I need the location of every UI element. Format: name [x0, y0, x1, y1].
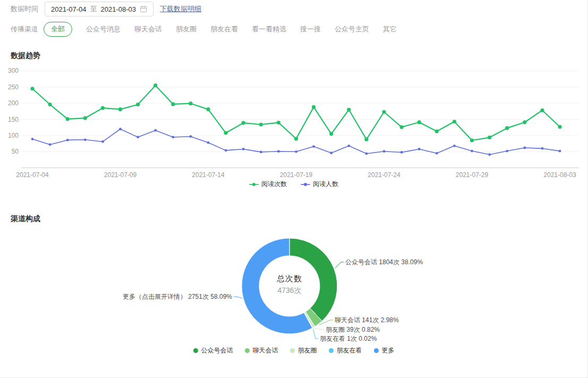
svg-text:250: 250 — [8, 83, 19, 91]
svg-text:300: 300 — [8, 67, 19, 74]
donut-label-0: 公众号会话 1804次 38.09% — [345, 258, 423, 266]
legend-dot-icon — [290, 348, 295, 353]
channel-tabs: 全部公众号消息聊天会话朋友圈朋友在看看一看精选搜一搜公众号主页其它 — [44, 22, 397, 37]
channel-tab-7[interactable]: 公众号主页 — [335, 24, 369, 34]
channel-tab-8[interactable]: 其它 — [383, 24, 397, 34]
legend-dot-icon — [193, 348, 198, 353]
legend-dot-icon — [329, 348, 334, 353]
donut-legend-item-4[interactable]: 更多 — [374, 346, 395, 355]
svg-text:2021-08-03: 2021-08-03 — [543, 171, 576, 179]
date-end-value: 2021-08-03 — [101, 5, 137, 13]
legend-dot-icon — [245, 348, 250, 353]
donut-legend-label: 朋友圈 — [298, 346, 317, 355]
trend-legend-item-reads[interactable]: 阅读次数 — [249, 180, 287, 189]
donut-legend: 公众号会话聊天会话朋友圈朋友在看更多 — [0, 346, 587, 355]
channel-label: 传播渠道 — [11, 24, 38, 34]
svg-text:2021-07-14: 2021-07-14 — [192, 171, 225, 179]
date-time-label: 数据时间 — [11, 4, 38, 14]
channel-tab-4[interactable]: 朋友在看 — [210, 24, 238, 34]
donut-legend-label: 公众号会话 — [201, 346, 233, 355]
trend-series-0 — [30, 83, 561, 142]
donut-legend-item-0[interactable]: 公众号会话 — [193, 346, 233, 355]
channel-tab-5[interactable]: 看一看精选 — [252, 24, 286, 34]
channel-filter-row: 传播渠道 全部公众号消息聊天会话朋友圈朋友在看看一看精选搜一搜公众号主页其它 — [11, 22, 397, 36]
svg-text:150: 150 — [8, 116, 19, 123]
trend-x-axis-labels: 2021-07-042021-07-092021-07-142021-07-19… — [16, 171, 576, 179]
calendar-icon[interactable] — [140, 5, 147, 13]
donut-legend-label: 更多 — [382, 346, 395, 355]
download-data-link[interactable]: 下载数据明细 — [160, 4, 201, 14]
line-dot-marker-icon — [249, 182, 259, 187]
trend-gridlines: 50100150200250300 — [8, 67, 579, 155]
date-range-input[interactable]: 2021-07-04 至 2021-08-03 — [45, 2, 154, 16]
channel-tab-6[interactable]: 搜一搜 — [300, 24, 321, 34]
analytics-page: 数据时间 2021-07-04 至 2021-08-03 下载数据明细 传播渠道… — [0, 0, 588, 378]
date-separator: 至 — [90, 4, 97, 14]
composition-section-title: 渠道构成 — [11, 214, 40, 224]
trend-chart-svg: 501001502002503002021-07-042021-07-09202… — [0, 63, 588, 181]
donut-legend-item-3[interactable]: 朋友在看 — [329, 346, 362, 355]
svg-text:2021-07-24: 2021-07-24 — [368, 171, 400, 179]
donut-label-3: 朋友在看 1次 0.02% — [320, 335, 377, 342]
donut-label-4[interactable]: 更多（点击展开详情） 2751次 58.09% — [123, 293, 232, 300]
trend-legend: 阅读次数 阅读人数 — [0, 180, 587, 189]
donut-chart-svg[interactable]: 公众号会话 1804次 38.09%聊天会话 141次 2.98%朋友圈 39次… — [0, 229, 588, 351]
donut-label-1: 聊天会话 141次 2.98% — [335, 316, 399, 324]
svg-text:200: 200 — [8, 99, 19, 107]
channel-tab-3[interactable]: 朋友圈 — [176, 24, 197, 34]
donut-legend-item-2[interactable]: 朋友圈 — [290, 346, 317, 355]
trend-section-title: 数据趋势 — [11, 51, 40, 61]
trend-legend-item-readers[interactable]: 阅读人数 — [301, 180, 338, 189]
svg-text:50: 50 — [12, 148, 19, 155]
svg-text:2021-07-19: 2021-07-19 — [280, 171, 313, 179]
svg-text:100: 100 — [8, 132, 19, 139]
svg-text:2021-07-29: 2021-07-29 — [456, 171, 489, 179]
legend-dot-icon — [374, 348, 379, 353]
donut-legend-label: 朋友在看 — [337, 346, 362, 355]
svg-text:2021-07-04: 2021-07-04 — [16, 171, 49, 179]
date-filter-row: 数据时间 2021-07-04 至 2021-08-03 下载数据明细 — [11, 2, 201, 16]
channel-tab-2[interactable]: 聊天会话 — [134, 24, 162, 34]
svg-text:2021-07-09: 2021-07-09 — [104, 171, 137, 179]
donut-legend-item-1[interactable]: 聊天会话 — [245, 346, 278, 355]
trend-legend-label: 阅读次数 — [261, 180, 287, 189]
donut-legend-label: 聊天会话 — [253, 346, 278, 355]
channel-tab-1[interactable]: 公众号消息 — [86, 24, 121, 34]
line-dot-marker-icon — [301, 182, 310, 187]
donut-label-2: 朋友圈 39次 0.82% — [326, 326, 380, 333]
channel-tab-0[interactable]: 全部 — [44, 22, 72, 37]
donut-slice-0[interactable] — [289, 238, 337, 321]
date-start-value: 2021-07-04 — [51, 5, 87, 13]
trend-legend-label: 阅读人数 — [313, 180, 338, 189]
